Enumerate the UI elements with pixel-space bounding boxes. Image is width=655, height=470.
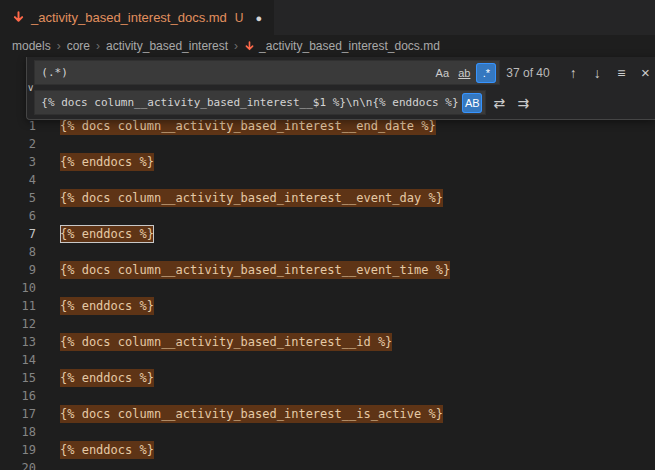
breadcrumb-separator: › (96, 39, 100, 53)
editor-line: 11{% enddocs %} (0, 297, 655, 315)
find-match[interactable]: {% enddocs %} (60, 441, 154, 459)
line-number: 7 (0, 225, 36, 243)
code-line[interactable]: {% enddocs %} (60, 369, 154, 387)
line-number: 17 (0, 405, 36, 423)
replace-row: AB ⇄ ⇉ (34, 90, 655, 115)
breadcrumb-file-label: _activity_based_interest_docs.md (259, 39, 440, 53)
tab-filename: _activity_based_interest_docs.md (31, 10, 227, 25)
editor-line: 3{% enddocs %} (0, 153, 655, 171)
editor-line: 6 (0, 207, 655, 225)
find-options: Aa ab .* (432, 63, 496, 83)
find-input[interactable] (41, 66, 430, 79)
code-line[interactable]: {% docs column__activity_based_interest_… (60, 405, 443, 423)
line-number: 3 (0, 153, 36, 171)
breadcrumb-core[interactable]: core (67, 39, 90, 53)
code-line[interactable]: {% docs column__activity_based_interest_… (60, 261, 450, 279)
next-match-button[interactable]: ↓ (586, 62, 608, 84)
line-number: 12 (0, 315, 36, 333)
find-replace-widget: ∨ Aa ab .* 37 of 40 ↑ ↓ ≡ (26, 57, 655, 120)
breadcrumb-separator: › (57, 39, 61, 53)
preserve-case-toggle[interactable]: AB (462, 93, 482, 113)
code-line[interactable]: {% enddocs %} (60, 225, 154, 243)
line-number: 5 (0, 189, 36, 207)
breadcrumb: models › core › activity_based_interest … (0, 35, 655, 57)
editor-line: 2 (0, 135, 655, 153)
arrow-down-icon: ↓ (594, 65, 601, 81)
match-case-toggle[interactable]: Aa (432, 63, 452, 83)
find-in-selection-button[interactable]: ≡ (610, 62, 632, 84)
find-match[interactable]: {% enddocs %} (60, 369, 154, 387)
find-match[interactable]: {% docs column__activity_based_interest_… (60, 189, 443, 207)
editor-line: 9{% docs column__activity_based_interest… (0, 261, 655, 279)
code-line[interactable]: {% enddocs %} (60, 297, 154, 315)
replace-input[interactable] (41, 96, 460, 109)
dbt-file-icon (12, 11, 25, 24)
unsaved-changes-dot[interactable]: ● (256, 12, 263, 24)
line-number: 14 (0, 351, 36, 369)
line-number: 19 (0, 441, 36, 459)
editor-line: 8 (0, 243, 655, 261)
editor-line: 5{% docs column__activity_based_interest… (0, 189, 655, 207)
line-number: 2 (0, 135, 36, 153)
current-find-match[interactable]: {% enddocs %} (60, 225, 154, 243)
replace-button[interactable]: ⇄ (488, 92, 510, 114)
find-match[interactable]: {% docs column__activity_based_interest_… (60, 333, 392, 351)
line-number: 10 (0, 279, 36, 297)
breadcrumb-models[interactable]: models (12, 39, 51, 53)
find-match[interactable]: {% docs column__activity_based_interest_… (60, 405, 443, 423)
line-number: 4 (0, 171, 36, 189)
line-number: 6 (0, 207, 36, 225)
git-status-badge: U (235, 11, 244, 25)
tab-bar: _activity_based_interest_docs.md U ● (0, 0, 655, 35)
find-input-box[interactable]: Aa ab .* (34, 60, 500, 85)
line-number: 15 (0, 369, 36, 387)
find-match[interactable]: {% enddocs %} (60, 153, 154, 171)
code-line[interactable]: {% docs column__activity_based_interest_… (60, 189, 443, 207)
selection-lines-icon: ≡ (617, 65, 625, 81)
line-number: 11 (0, 297, 36, 315)
editor-line: 13{% docs column__activity_based_interes… (0, 333, 655, 351)
editor-line: 17{% docs column__activity_based_interes… (0, 405, 655, 423)
editor-line: 12 (0, 315, 655, 333)
chevron-down-icon: ∨ (27, 82, 34, 93)
editor-line: 10 (0, 279, 655, 297)
whole-word-toggle[interactable]: ab (454, 63, 474, 83)
breadcrumb-activity-based-interest[interactable]: activity_based_interest (106, 39, 228, 53)
editor-line: 4 (0, 171, 655, 189)
line-number: 20 (0, 459, 36, 470)
line-number: 8 (0, 243, 36, 261)
editor-line: 16 (0, 387, 655, 405)
code-line[interactable]: {% docs column__activity_based_interest_… (60, 333, 392, 351)
tab-activity-based-interest-docs[interactable]: _activity_based_interest_docs.md U ● (0, 0, 274, 35)
replace-all-button[interactable]: ⇉ (512, 92, 534, 114)
line-number: 18 (0, 423, 36, 441)
replace-options: AB (462, 93, 482, 113)
previous-match-button[interactable]: ↑ (562, 62, 584, 84)
editor-line: 15{% enddocs %} (0, 369, 655, 387)
toggle-replace-button[interactable]: ∨ (27, 60, 34, 115)
arrow-up-icon: ↑ (570, 65, 577, 81)
editor-line: 19{% enddocs %} (0, 441, 655, 459)
find-match[interactable]: {% docs column__activity_based_interest_… (60, 261, 450, 279)
replace-all-icon: ⇉ (517, 95, 529, 111)
line-number: 13 (0, 333, 36, 351)
line-number: 9 (0, 261, 36, 279)
breadcrumb-separator: › (234, 39, 238, 53)
find-row: Aa ab .* 37 of 40 ↑ ↓ ≡ × (34, 60, 655, 85)
line-number: 16 (0, 387, 36, 405)
code-line[interactable]: {% enddocs %} (60, 441, 154, 459)
editor-line: 14 (0, 351, 655, 369)
editor-line: 7{% enddocs %} (0, 225, 655, 243)
close-icon: × (641, 64, 650, 81)
editor-line: 20 (0, 459, 655, 470)
find-match[interactable]: {% enddocs %} (60, 297, 154, 315)
regex-toggle[interactable]: .* (476, 63, 496, 83)
replace-icon: ⇄ (493, 95, 505, 111)
code-line[interactable]: {% enddocs %} (60, 153, 154, 171)
results-count: 37 of 40 (506, 66, 554, 80)
dbt-file-icon (244, 41, 255, 52)
close-find-widget-button[interactable]: × (634, 62, 655, 84)
editor-line: 18 (0, 423, 655, 441)
replace-input-box[interactable]: AB (34, 90, 486, 115)
breadcrumb-file[interactable]: _activity_based_interest_docs.md (244, 39, 440, 53)
